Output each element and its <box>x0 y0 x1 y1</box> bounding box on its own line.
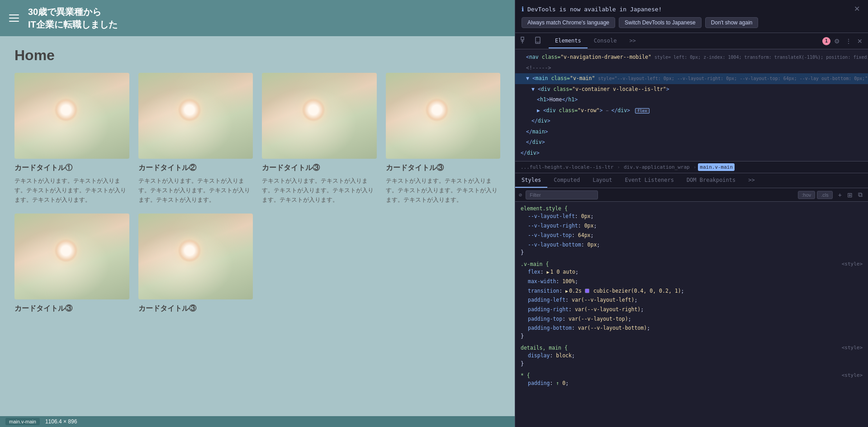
vmain-flex-prop: flex: ▶1 0 auto; <box>521 267 863 277</box>
pseudo-buttons: :hov .cls <box>798 191 833 199</box>
vmain-padding-left-prop: padding-left: var(--v-layout-left); <box>521 295 863 305</box>
dom-line-comment[interactable]: <!-----> <box>515 63 868 74</box>
styles-action-icons: + ⊞ ⧉ <box>836 190 864 199</box>
card-text-3: テキストが入ります。テキストが入ります。テキストが入ります。テキストが入ります。… <box>262 176 377 204</box>
vmain-padding-bottom-prop: padding-bottom: var(--v-layout-bottom); <box>521 323 863 333</box>
status-bar: main.v-main 1106.4 × 896 <box>0 416 515 427</box>
breadcrumb-item-1[interactable]: ...full-height.v-locale--is-ltr <box>519 163 615 171</box>
cls-pseudo-button[interactable]: .cls <box>817 191 833 199</box>
vmain-style-close: } <box>521 333 863 339</box>
card-title-1: カードタイトル① <box>14 163 129 173</box>
card-4[interactable]: カードタイトル③ テキストが入ります。テキストが入ります。テキストが入ります。テ… <box>386 73 501 204</box>
card-5[interactable]: カードタイトル③ <box>14 214 129 317</box>
styles-tab-dom-breakpoints[interactable]: DOM Breakpoints <box>680 173 742 188</box>
card-2[interactable]: カードタイトル② テキストが入ります。テキストが入ります。テキストが入ります。テ… <box>138 73 253 204</box>
tab-more[interactable]: >> <box>623 34 642 48</box>
devtools-close-icon[interactable]: ✕ <box>855 36 864 47</box>
svg-rect-0 <box>521 37 524 40</box>
main-content: Home カードタイトル① テキストが入ります。テキストが入ります。テキストが入… <box>0 36 515 416</box>
details-main-selector-row: details, main { <style> <box>521 345 863 351</box>
universal-padding-prop: padding: ↑ 0; <box>521 379 863 388</box>
dom-tree[interactable]: <nav class="v-navigation-drawer--mobile"… <box>515 49 868 161</box>
dom-line-div2-close[interactable]: </div> <box>515 137 868 148</box>
top-nav: 30歳で異業種から IT企業に転職しました <box>0 0 515 36</box>
card-title-4: カードタイトル③ <box>386 163 501 173</box>
styles-tab-styles[interactable]: Styles <box>515 173 547 188</box>
website-area: 30歳で異業種から IT企業に転職しました Home カードタイトル① テキスト… <box>0 0 515 427</box>
card-image-1 <box>14 73 129 159</box>
hamburger-icon[interactable] <box>7 13 21 24</box>
vmain-max-width-prop: max-width: 100%; <box>521 277 863 286</box>
status-label: main.v-main <box>5 418 40 425</box>
filter-icon: ⊘ <box>519 192 522 198</box>
card-title-3: カードタイトル③ <box>262 163 377 173</box>
dom-line-h1[interactable]: <h1>Home</h1> <box>515 95 868 105</box>
details-main-display-prop: display: block; <box>521 351 863 361</box>
close-notification-button[interactable]: ✕ <box>852 5 862 14</box>
dt-error-badge: 1 <box>822 37 830 45</box>
breadcrumb-item-2[interactable]: div.v-application_wrap <box>622 163 692 171</box>
style-prop-layout-bottom: --v-layout-bottom: 0px; <box>521 240 863 250</box>
style-prop-layout-right: --v-layout-right: 0px; <box>521 221 863 231</box>
card-image-4 <box>386 73 501 159</box>
card-image-5 <box>14 214 129 299</box>
card-text-2: テキストが入ります。テキストが入ります。テキストが入ります。テキストが入ります。… <box>138 176 253 204</box>
styles-tab-layout[interactable]: Layout <box>586 173 618 188</box>
card-text-1: テキストが入ります。テキストが入ります。テキストが入ります。テキストが入ります。… <box>14 176 129 204</box>
element-style-close: } <box>521 249 863 256</box>
copy-style-button[interactable]: ⧉ <box>856 190 864 199</box>
dom-line-div-close[interactable]: </div> <box>515 116 868 127</box>
card-3[interactable]: カードタイトル③ テキストが入ります。テキストが入ります。テキストが入ります。テ… <box>262 73 377 204</box>
toggle-element-state-button[interactable]: ⊞ <box>845 190 854 199</box>
breadcrumb-bar: ...full-height.v-locale--is-ltr › div.v-… <box>515 161 868 173</box>
vmain-style-block: .v-main { <style> flex: ▶1 0 auto; max-w… <box>521 261 863 339</box>
status-dimensions: 1106.4 × 896 <box>45 418 77 425</box>
details-main-style-close: } <box>521 361 863 367</box>
vmain-padding-right-prop: padding-right: var(--v-layout-right); <box>521 305 863 314</box>
styles-tab-more[interactable]: >> <box>742 173 761 188</box>
style-prop-layout-left: --v-layout-left: 0px; <box>521 212 863 221</box>
add-style-rule-button[interactable]: + <box>836 190 844 199</box>
dom-line-main-close[interactable]: </main> <box>515 127 868 138</box>
dont-show-again-button[interactable]: Don't show again <box>705 17 759 28</box>
vmain-style-selector-row: .v-main { <style> <box>521 261 863 267</box>
element-style-block: element.style { --v-layout-left: 0px; --… <box>521 205 863 256</box>
dom-line-nav[interactable]: <nav class="v-navigation-drawer--mobile"… <box>515 52 868 63</box>
devtools-notification: ℹ DevTools is now available in Japanese!… <box>515 0 868 33</box>
styles-tab-computed[interactable]: Computed <box>547 173 586 188</box>
card-image-6 <box>138 214 253 299</box>
info-icon: ℹ <box>522 5 524 13</box>
breadcrumb-item-3[interactable]: main.v-main <box>698 163 735 171</box>
element-style-selector: element.style { <box>521 205 863 212</box>
tab-console[interactable]: Console <box>588 34 623 48</box>
notification-buttons: Always match Chrome's language Switch De… <box>522 17 862 28</box>
devtools-more-options-icon[interactable]: ⋮ <box>844 36 854 47</box>
details-main-style-block: details, main { <style> display: block; … <box>521 345 863 367</box>
always-match-language-button[interactable]: Always match Chrome's language <box>522 17 615 28</box>
filter-input[interactable] <box>526 190 598 199</box>
dom-line-root-close[interactable]: </div> <box>515 148 868 159</box>
vmain-transition-prop: transition: ▶0.2s cubic-bezier(0.4, 0, 0… <box>521 286 863 296</box>
hover-pseudo-button[interactable]: :hov <box>798 191 816 199</box>
card-title-2: カードタイトル② <box>138 163 253 173</box>
dt-right-icons: 1 ⚙ ⋮ ✕ <box>821 36 864 47</box>
notification-title: ℹ DevTools is now available in Japanese! <box>522 5 662 13</box>
card-title-6: カードタイトル③ <box>138 304 253 313</box>
inspect-element-icon[interactable] <box>519 35 530 47</box>
site-title: 30歳で異業種から IT企業に転職しました <box>28 5 118 31</box>
devtools-toolbar: Elements Console >> 1 ⚙ ⋮ ✕ <box>515 33 868 49</box>
styles-panel: Styles Computed Layout Event Listeners D… <box>515 173 868 427</box>
styles-tab-event-listeners[interactable]: Event Listeners <box>619 173 680 188</box>
tab-elements[interactable]: Elements <box>549 34 588 48</box>
styles-content[interactable]: element.style { --v-layout-left: 0px; --… <box>515 202 868 427</box>
dom-line-container[interactable]: ▼ <div class="v-container v-locale--is-l… <box>515 84 868 95</box>
devtools-settings-icon[interactable]: ⚙ <box>832 36 842 47</box>
device-toolbar-icon[interactable] <box>532 35 543 47</box>
page-title: Home <box>14 47 500 64</box>
switch-to-japanese-button[interactable]: Switch DevTools to Japanese <box>619 17 702 28</box>
card-image-2 <box>138 73 253 159</box>
card-1[interactable]: カードタイトル① テキストが入ります。テキストが入ります。テキストが入ります。テ… <box>14 73 129 204</box>
card-6[interactable]: カードタイトル③ <box>138 214 253 317</box>
dom-line-row[interactable]: ▶ <div class="v-row"> ⋯ </div> flex <box>515 105 868 116</box>
dom-line-main[interactable]: ▼ <main class="v-main" style="--v-layout… <box>515 73 868 84</box>
